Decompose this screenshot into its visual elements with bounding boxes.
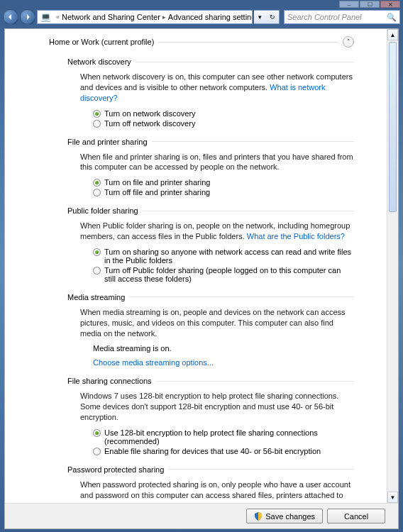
save-changes-button[interactable]: Save changes — [246, 509, 323, 523]
button-label: Cancel — [344, 512, 368, 521]
minimize-button[interactable]: – — [339, 1, 359, 8]
refresh-icon[interactable]: ↻ — [270, 13, 275, 21]
radio-label: Turn on file and printer sharing — [104, 178, 210, 187]
subhead-label: File and printer sharing — [67, 138, 148, 146]
breadcrumb-1[interactable]: Network and Sharing Center — [62, 13, 160, 21]
cancel-button[interactable]: Cancel — [327, 509, 385, 523]
breadcrumb-sep-icon: ▸ — [162, 13, 166, 21]
footer: Save changes Cancel — [5, 503, 398, 528]
chevron-icon: « — [56, 13, 60, 21]
radio-label: Use 128-bit encryption to help protect f… — [104, 428, 354, 445]
content-scroll: ▲ ▼ Home or Work (current profile) ˄ Net… — [5, 29, 398, 503]
network-discovery-header: Network discovery — [67, 57, 354, 66]
navbar: 💻 « Network and Sharing Center ▸ Advance… — [0, 9, 403, 26]
scrollbar[interactable]: ▲ ▼ — [387, 29, 398, 503]
content-pane: ▲ ▼ Home or Work (current profile) ˄ Net… — [4, 28, 399, 529]
media-streaming-header: Media streaming — [67, 293, 354, 301]
netdisc-on-radio[interactable] — [93, 110, 101, 118]
radio-label: Enable file sharing for devices that use… — [104, 447, 321, 455]
radio-label: Turn on network discovery — [104, 109, 196, 118]
profile-title: Home or Work (current profile) — [49, 38, 154, 46]
password-sharing-header: Password protected sharing — [67, 465, 354, 474]
scroll-down-button[interactable]: ▼ — [387, 492, 398, 503]
encrypt-128-radio[interactable] — [93, 429, 101, 437]
media-streaming-link[interactable]: Choose media streaming options... — [93, 358, 214, 367]
chevron-down-icon: ▾ — [258, 13, 262, 21]
divider — [136, 62, 354, 62]
public-folder-desc: When Public folder sharing is on, people… — [80, 221, 354, 242]
profile-header[interactable]: Home or Work (current profile) ˄ — [49, 36, 354, 48]
file-printer-options: Turn on file and printer sharing Turn of… — [93, 178, 354, 196]
breadcrumb-2[interactable]: Advanced sharing settings — [168, 13, 253, 21]
divider — [168, 469, 354, 470]
search-icon: 🔍 — [387, 13, 397, 22]
media-streaming-desc: When media streaming is on, people and d… — [80, 307, 354, 339]
collapse-icon[interactable]: ˄ — [343, 36, 354, 48]
maximize-button[interactable]: ☐ — [360, 1, 380, 8]
subhead-label: Public folder sharing — [67, 206, 138, 215]
divider — [158, 42, 338, 43]
netdisc-off-radio[interactable] — [93, 120, 101, 128]
divider — [156, 381, 354, 382]
public-folder-header: Public folder sharing — [67, 206, 354, 215]
public-folder-options: Turn on sharing so anyone with network a… — [93, 248, 354, 283]
file-printer-header: File and printer sharing — [67, 138, 354, 146]
pubfolder-on-radio[interactable] — [93, 248, 101, 256]
scroll-up-button[interactable]: ▲ — [387, 29, 398, 40]
subhead-label: File sharing connections — [67, 377, 152, 385]
fileprint-on-radio[interactable] — [93, 179, 101, 187]
media-streaming-status: Media streaming is on. — [93, 344, 354, 353]
fileprint-off-radio[interactable] — [93, 189, 101, 196]
network-discovery-desc: When network discovery is on, this compu… — [80, 72, 354, 104]
radio-label: Turn off Public folder sharing (people l… — [104, 266, 354, 283]
search-placeholder: Search Control Panel — [287, 13, 362, 21]
password-sharing-desc: When password protected sharing is on, o… — [80, 480, 354, 503]
titlebar: – ☐ ✕ — [0, 0, 403, 9]
scroll-thumb[interactable] — [389, 42, 397, 212]
divider — [152, 141, 354, 142]
back-button[interactable] — [3, 9, 18, 25]
forward-button[interactable] — [20, 9, 35, 25]
network-icon: 💻 — [40, 12, 51, 22]
network-discovery-options: Turn on network discovery Turn off netwo… — [93, 109, 354, 128]
encryption-options: Use 128-bit encryption to help protect f… — [93, 428, 354, 455]
pubfolder-off-radio[interactable] — [93, 267, 101, 275]
file-printer-desc: When file and printer sharing is on, fil… — [80, 152, 354, 173]
button-label: Save changes — [265, 512, 315, 521]
address-bar[interactable]: 💻 « Network and Sharing Center ▸ Advance… — [37, 10, 253, 24]
address-dropdown[interactable]: ▾ ↻ — [254, 10, 280, 24]
subhead-label: Password protected sharing — [67, 465, 164, 474]
search-input[interactable]: Search Control Panel 🔍 — [284, 10, 400, 24]
encrypt-40-radio[interactable] — [93, 448, 101, 455]
encryption-desc: Windows 7 uses 128-bit encryption to hel… — [80, 391, 354, 423]
shield-icon — [254, 512, 263, 521]
public-folder-help-link[interactable]: What are the Public folders? — [247, 232, 345, 240]
divider — [129, 297, 354, 297]
close-button[interactable]: ✕ — [380, 1, 400, 8]
radio-label: Turn off file and printer sharing — [104, 188, 210, 196]
divider — [143, 211, 354, 211]
subhead-label: Network discovery — [67, 57, 131, 66]
encryption-header: File sharing connections — [67, 377, 354, 385]
subhead-label: Media streaming — [67, 293, 125, 301]
radio-label: Turn off network discovery — [104, 119, 195, 128]
radio-label: Turn on sharing so anyone with network a… — [104, 248, 354, 265]
